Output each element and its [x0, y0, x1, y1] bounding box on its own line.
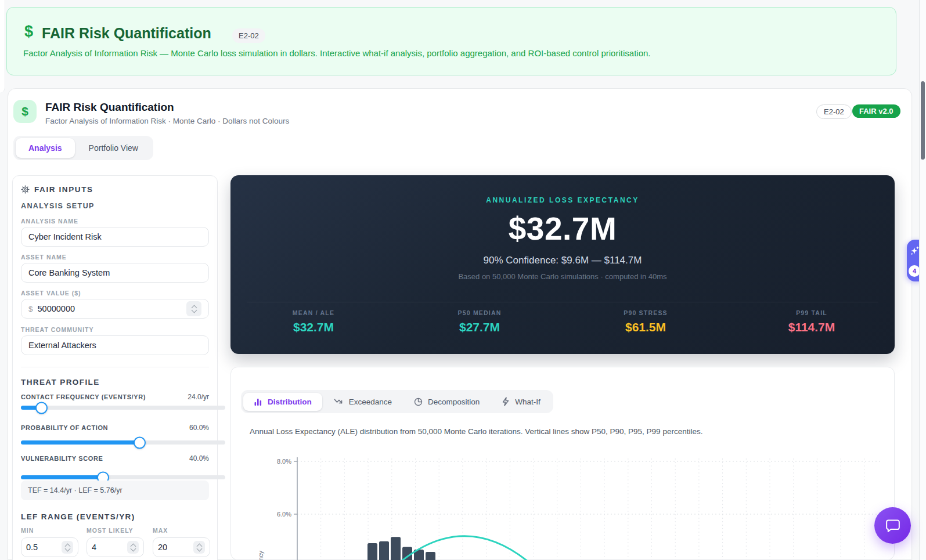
analysis-name-label: ANALYSIS NAME — [21, 218, 209, 225]
asset-value-field[interactable]: $ — [21, 299, 209, 319]
dollar-glyph: $ — [21, 104, 28, 118]
asset-name-field[interactable] — [21, 263, 209, 283]
dollar-icon: $ — [24, 23, 33, 41]
chart-tab-label: What-If — [515, 398, 541, 406]
analysis-name-field[interactable] — [21, 227, 209, 247]
slider-fill — [21, 475, 103, 479]
divider — [247, 302, 878, 302]
lef-most-likely-input[interactable] — [92, 543, 122, 552]
sparkle-icon — [910, 246, 920, 256]
lef-max-col: MAX — [153, 527, 210, 557]
asset-name-input[interactable] — [28, 268, 201, 277]
section-threat-profile: THREAT PROFILE — [21, 378, 209, 386]
view-tabs: Analysis Portfolio View — [13, 136, 153, 160]
svg-text:6.0%: 6.0% — [277, 511, 291, 518]
ale-title: ANNUALIZED LOSS EXPECTANCY — [230, 196, 895, 204]
stat-value: $32.7M — [230, 320, 397, 334]
bolt-icon — [502, 397, 510, 406]
stat-value: $61.5M — [563, 320, 729, 334]
divider — [21, 367, 209, 367]
chart-tabs: Distribution Exceedance Decomposition Wh… — [241, 390, 553, 413]
fair-inputs-panel: FAIR INPUTS ANALYSIS SETUP ANALYSIS NAME… — [12, 175, 218, 560]
slider-value: 40.0% — [189, 454, 209, 463]
analysis-name-input[interactable] — [28, 232, 201, 241]
probability-of-action-slider[interactable] — [21, 440, 225, 445]
slider-label: PROBABILITY OF ACTION — [21, 424, 108, 431]
lef-min-col: MIN — [21, 527, 78, 557]
panel-title-row: FAIR INPUTS — [21, 185, 209, 194]
ale-histogram-plot: 8.0%6.0% — [244, 453, 885, 560]
ale-basis: Based on 50,000 Monte Carlo simulations … — [230, 272, 895, 281]
chart-tab-exceedance[interactable]: Exceedance — [323, 393, 402, 411]
scrollbar-track[interactable] — [919, 0, 926, 560]
scrollbar-thumb[interactable] — [921, 81, 925, 160]
slider-thumb[interactable] — [35, 402, 48, 414]
page-title: FAIR Risk Quantification — [45, 101, 174, 114]
chat-fab-button[interactable] — [874, 507, 911, 544]
banner-title: FAIR Risk Quantification — [42, 25, 211, 42]
lef-max-stepper[interactable] — [193, 541, 205, 554]
slider-row-vulnerability-score: VULNERABILITY SCORE 40.0% — [21, 454, 209, 463]
banner-badge: E2-02 — [232, 28, 265, 43]
gear-icon — [21, 185, 30, 194]
bar-chart-icon — [254, 398, 262, 406]
ale-value: $32.7M — [230, 210, 895, 247]
chart-tab-what-if[interactable]: What-If — [491, 392, 551, 411]
lef-most-likely-stepper[interactable] — [127, 541, 139, 554]
lef-max-label: MAX — [153, 527, 210, 534]
panel-title: FAIR INPUTS — [34, 185, 93, 194]
vulnerability-score-slider[interactable] — [21, 475, 225, 479]
exercise-badge: E2-02 — [816, 104, 852, 119]
stat-p50-median: P50 MEDIAN $27.7M — [397, 309, 563, 334]
threat-community-input[interactable] — [28, 341, 201, 350]
chat-bubble-icon — [885, 518, 901, 533]
chart-tab-label: Distribution — [268, 398, 312, 406]
asset-value-input[interactable] — [38, 304, 182, 313]
app-dollar-icon: $ — [13, 100, 37, 123]
slider-value: 60.0% — [189, 424, 209, 432]
chart-tab-decomposition[interactable]: Decomposition — [403, 393, 490, 411]
chart-description: Annual Loss Expectancy (ALE) distributio… — [250, 427, 702, 436]
lef-most-likely-col: MOST LIKELY — [87, 527, 144, 557]
section-lef-range: LEF RANGE (EVENTS/YR) — [21, 512, 209, 521]
lef-min-input[interactable] — [26, 543, 57, 552]
threat-community-field[interactable] — [21, 335, 209, 355]
tab-portfolio-view[interactable]: Portfolio View — [76, 138, 151, 158]
stat-label: P50 MEDIAN — [397, 309, 563, 316]
tab-analysis[interactable]: Analysis — [16, 138, 75, 158]
stat-mean-ale: MEAN / ALE $32.7M — [230, 309, 397, 334]
lef-min-label: MIN — [21, 527, 78, 534]
slider-row-contact-frequency: CONTACT FREQUENCY (EVENTS/YR) 24.0/yr — [21, 393, 209, 401]
page-subtitle: Factor Analysis of Information Risk · Mo… — [45, 117, 289, 125]
dollar-prefix: $ — [28, 305, 33, 313]
lef-max-field[interactable] — [153, 537, 210, 557]
zigzag-icon — [334, 398, 344, 406]
lef-min-field[interactable] — [21, 537, 78, 557]
lef-most-likely-field[interactable] — [87, 537, 144, 557]
tef-lef-note: TEF = 14.4/yr · LEF = 5.76/yr — [21, 480, 209, 500]
slider-label: VULNERABILITY SCORE — [21, 455, 103, 462]
asset-value-label: ASSET VALUE ($) — [21, 290, 209, 297]
stat-value: $27.7M — [397, 320, 563, 334]
threat-community-label: THREAT COMMUNITY — [21, 326, 209, 333]
stat-p90-stress: P90 STRESS $61.5M — [563, 309, 729, 334]
banner-description: Factor Analysis of Information Risk — Mo… — [23, 48, 650, 58]
chart-tab-distribution[interactable]: Distribution — [243, 393, 322, 411]
ale-stats-row: MEAN / ALE $32.7M P50 MEDIAN $27.7M P90 … — [230, 309, 895, 334]
stat-label: P99 TAIL — [729, 309, 895, 316]
lef-most-likely-label: MOST LIKELY — [87, 527, 144, 534]
slider-fill — [21, 440, 139, 445]
stat-label: MEAN / ALE — [230, 309, 397, 316]
lef-min-stepper[interactable] — [62, 541, 73, 554]
slider-thumb[interactable] — [134, 436, 146, 449]
asset-value-stepper[interactable] — [186, 301, 201, 316]
version-badge: FAIR v2.0 — [852, 104, 900, 118]
slider-value: 24.0/yr — [188, 393, 209, 401]
svg-text:8.0%: 8.0% — [277, 458, 291, 465]
chart-tab-label: Decomposition — [428, 398, 480, 406]
page-banner: $ FAIR Risk Quantification E2-02 Factor … — [6, 7, 896, 75]
collapsed-side-strip — [0, 0, 5, 93]
pie-icon — [414, 398, 423, 406]
contact-frequency-slider[interactable] — [21, 406, 225, 410]
lef-max-input[interactable] — [158, 543, 189, 552]
